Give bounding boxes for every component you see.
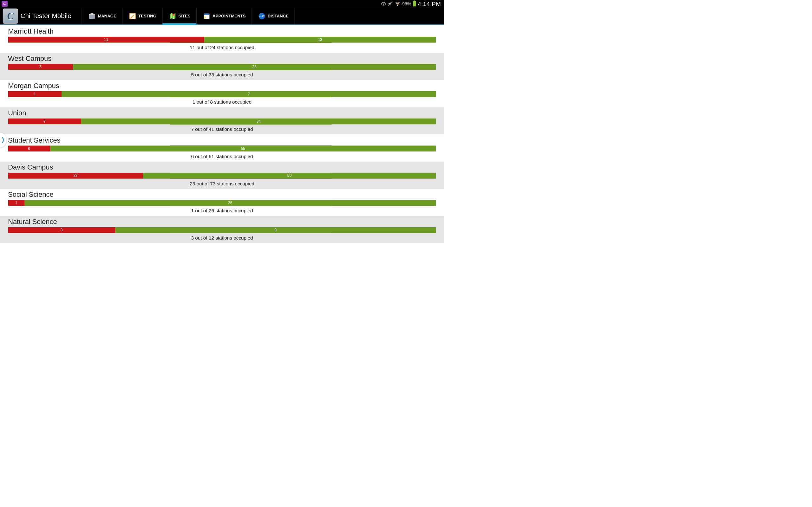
occupied-segment: 1 [8, 91, 62, 97]
site-status-text: 23 out of 73 stations occupied [0, 179, 444, 189]
notification-app-icon [2, 1, 8, 7]
sites-list: Marriott Health111311 out of 24 stations… [0, 25, 444, 243]
site-row[interactable]: Student Services6556 out of 61 stations … [0, 134, 444, 162]
tab-sites[interactable]: SITES [162, 8, 196, 24]
site-row[interactable]: Union7347 out of 41 stations occupied [0, 107, 444, 135]
svg-point-5 [172, 14, 174, 16]
occupied-segment: 1 [8, 200, 25, 206]
free-segment: 13 [204, 37, 436, 43]
tab-bar: MANAGETESTINGSITESAPPOINTMENTSDISTANCE [82, 8, 295, 24]
site-name: Social Science [0, 189, 444, 200]
site-row[interactable]: Marriott Health111311 out of 24 stations… [0, 26, 444, 53]
site-name: West Campus [0, 53, 444, 64]
occupied-segment: 5 [8, 64, 73, 70]
site-name: Natural Science [0, 216, 444, 227]
free-segment: 55 [50, 146, 436, 152]
occupancy-bar: 734 [8, 118, 436, 124]
occupancy-bar: 1113 [8, 37, 436, 43]
battery-percent: 96% [402, 1, 411, 7]
free-segment: 25 [25, 200, 436, 206]
svg-point-3 [397, 5, 398, 6]
site-status-text: 3 out of 12 stations occupied [0, 233, 444, 243]
tab-label: TESTING [138, 14, 156, 18]
occupancy-bar: 655 [8, 146, 436, 152]
occupancy-bar: 528 [8, 64, 436, 70]
occupied-segment: 6 [8, 146, 50, 152]
tab-label: DISTANCE [268, 14, 289, 18]
free-segment: 7 [61, 91, 436, 97]
occupancy-bar: 39 [8, 227, 436, 233]
free-segment: 34 [81, 118, 436, 124]
site-row[interactable]: Morgan Campus171 out of 8 stations occup… [0, 80, 444, 107]
site-status-text: 11 out of 24 stations occupied [0, 43, 444, 53]
site-status-text: 7 out of 41 stations occupied [0, 124, 444, 135]
app-title-block[interactable]: C Chi Tester Mobile [0, 8, 75, 24]
site-name: Union [0, 107, 444, 118]
svg-rect-0 [3, 3, 6, 4]
svg-rect-7 [204, 14, 209, 15]
tab-manage[interactable]: MANAGE [82, 8, 122, 24]
wifi-icon [395, 1, 401, 7]
tab-distance[interactable]: DISTANCE [252, 8, 295, 24]
battery-icon [413, 1, 416, 6]
occupancy-bar: 125 [8, 200, 436, 206]
box-icon [88, 12, 96, 20]
android-status-bar: 96% 4:14 PM [0, 0, 444, 8]
status-right: 96% 4:14 PM [381, 0, 444, 7]
site-row[interactable]: West Campus5285 out of 33 stations occup… [0, 53, 444, 80]
free-segment: 50 [143, 173, 436, 179]
site-status-text: 5 out of 33 stations occupied [0, 70, 444, 80]
tab-label: APPOINTMENTS [212, 14, 246, 18]
site-name: Marriott Health [0, 26, 444, 37]
occupied-segment: 23 [8, 173, 143, 179]
site-status-text: 6 out of 61 stations occupied [0, 152, 444, 162]
svg-point-9 [258, 13, 265, 19]
tab-testing[interactable]: TESTING [122, 8, 162, 24]
free-segment: 9 [115, 227, 436, 233]
calendar-icon [202, 12, 211, 20]
pencil-icon [128, 12, 136, 20]
tab-label: SITES [179, 14, 191, 18]
app-logo: C [3, 9, 18, 24]
app-header: C Chi Tester Mobile MANAGETESTINGSITESAP… [0, 8, 444, 25]
site-name: Morgan Campus [0, 80, 444, 91]
svg-point-1 [383, 3, 384, 4]
map-icon [168, 12, 177, 20]
app-title: Chi Tester Mobile [20, 12, 71, 20]
occupancy-bar: 17 [8, 91, 436, 97]
site-status-text: 1 out of 8 stations occupied [0, 97, 444, 107]
eye-icon [381, 1, 386, 6]
tab-appointments[interactable]: APPOINTMENTS [196, 8, 252, 24]
site-name: Student Services [0, 134, 444, 145]
occupied-segment: 7 [8, 118, 81, 124]
occupancy-bar: 2350 [8, 173, 436, 179]
status-clock: 4:14 PM [418, 0, 441, 7]
site-row[interactable]: Social Science1251 out of 26 stations oc… [0, 189, 444, 216]
site-row[interactable]: Natural Science393 out of 12 stations oc… [0, 216, 444, 243]
site-row[interactable]: Davis Campus235023 out of 73 stations oc… [0, 162, 444, 189]
site-name: Davis Campus [0, 162, 444, 172]
tab-label: MANAGE [98, 14, 116, 18]
occupied-segment: 3 [8, 227, 115, 233]
occupied-segment: 11 [8, 37, 204, 43]
free-segment: 28 [73, 64, 436, 70]
site-status-text: 1 out of 26 stations occupied [0, 206, 444, 216]
mute-icon [388, 1, 393, 6]
status-left [0, 1, 8, 7]
globe-icon [258, 12, 266, 20]
